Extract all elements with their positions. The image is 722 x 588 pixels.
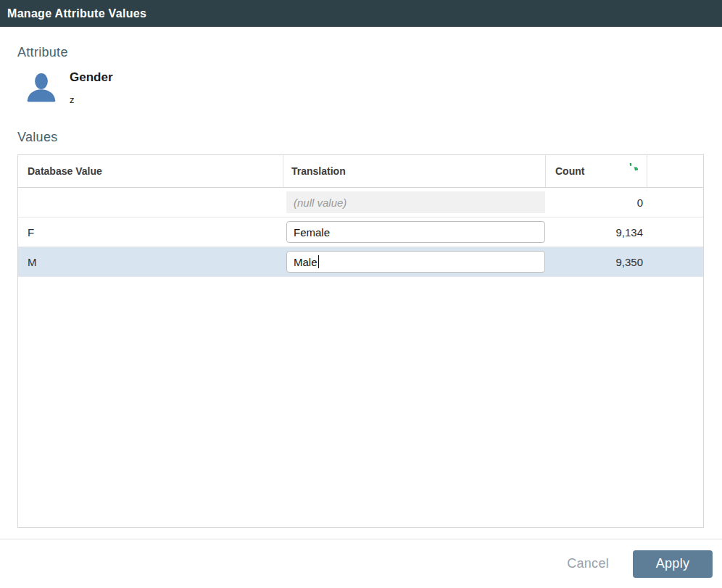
count-cell: 9,134 [546, 226, 647, 239]
attribute-summary: Gender z [22, 68, 705, 109]
null-value-label: (null value) [294, 196, 347, 209]
text-cursor [318, 255, 320, 268]
table-row-m[interactable]: M Male 9,350 [18, 247, 703, 277]
table-row-null[interactable]: (null value) 0 [18, 188, 703, 218]
dialog-body: Attribute Gender z Values Database Value… [0, 27, 722, 528]
count-header-label: Count [555, 165, 584, 177]
database-value-cell: F [18, 226, 283, 239]
attribute-section-label: Attribute [17, 45, 705, 60]
person-icon [22, 68, 60, 109]
values-section-label: Values [17, 130, 705, 145]
attribute-subtitle: z [70, 94, 113, 105]
manage-attribute-values-dialog: Manage Attribute Values Attribute Gender… [0, 0, 722, 588]
column-header-database-value[interactable]: Database Value [18, 155, 283, 187]
null-value-box: (null value) [286, 191, 545, 213]
count-cell: 9,350 [546, 256, 647, 268]
translation-input-female[interactable]: Female [286, 221, 545, 243]
attribute-name: Gender [70, 70, 113, 85]
cancel-button[interactable]: Cancel [567, 556, 609, 571]
database-value-cell: M [18, 256, 283, 268]
table-row-f[interactable]: F Female 9,134 [18, 218, 703, 247]
refresh-counts-icon[interactable] [622, 163, 638, 179]
dialog-footer: Cancel Apply [0, 539, 722, 588]
column-header-translation[interactable]: Translation [283, 155, 546, 187]
translation-input-male[interactable]: Male [286, 251, 545, 273]
attribute-info: Gender z [70, 68, 113, 105]
dialog-title: Manage Attribute Values [7, 7, 146, 20]
count-cell: 0 [546, 196, 647, 209]
values-table-header: Database Value Translation Count [18, 155, 703, 188]
dialog-title-bar: Manage Attribute Values [0, 0, 722, 27]
values-table: Database Value Translation Count [17, 154, 704, 528]
table-empty-area [18, 277, 703, 527]
column-header-count[interactable]: Count [546, 155, 647, 187]
apply-button[interactable]: Apply [633, 550, 713, 578]
column-header-empty [647, 155, 703, 187]
translation-input-value: Male [294, 256, 318, 268]
translation-input-value: Female [294, 226, 330, 239]
